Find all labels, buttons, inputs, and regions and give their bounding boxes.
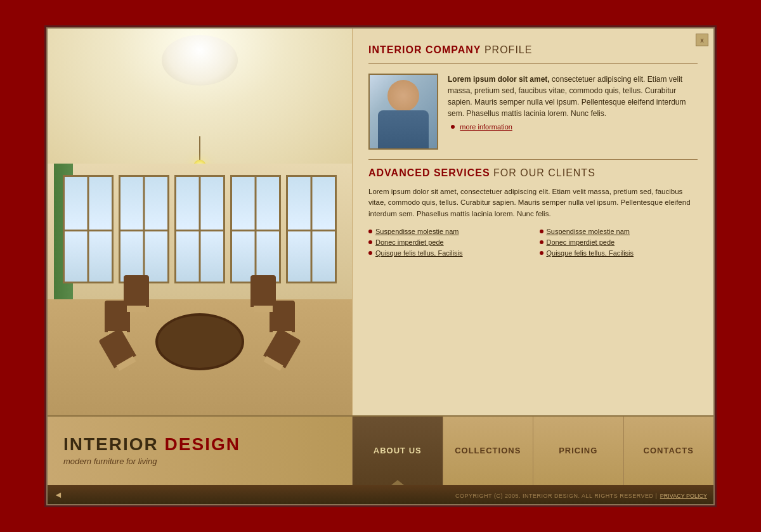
profile-text-bold: Lorem ipsum dolor sit amet, bbox=[448, 75, 550, 84]
section2-title: ADVANCED SERVICES FOR OUR CLIENTS bbox=[368, 167, 698, 179]
window-3 bbox=[174, 175, 225, 283]
nav-section: ABOUT US COLLECTIONS PRICING CONTACTS bbox=[352, 417, 713, 485]
link-item-2-3: Quisque felis tellus, Facilisis bbox=[540, 249, 698, 257]
brand-tagline: modern furniture for living bbox=[63, 457, 336, 466]
furniture bbox=[105, 275, 295, 377]
window-5 bbox=[286, 175, 337, 283]
links-column-1: Suspendisse molestie nam Donec imperdiet… bbox=[368, 228, 527, 260]
chair-2 bbox=[250, 275, 276, 307]
brand-name: INTERIOR DESIGN bbox=[63, 435, 336, 455]
bullet-1-1 bbox=[368, 230, 372, 233]
profile-text: Lorem ipsum dolor sit amet, consectetuer… bbox=[448, 74, 698, 150]
main-wrapper: x INTERIOR COMPANY PROFILE Lorem ipsum d… bbox=[46, 27, 715, 505]
link-item-1-2: Donec imperdiet pede bbox=[368, 238, 527, 246]
window-1 bbox=[63, 175, 114, 283]
bullet-2-2 bbox=[540, 240, 543, 244]
section2-title-normal: FOR OUR CLIENTS bbox=[490, 167, 595, 178]
window-2 bbox=[119, 175, 169, 283]
more-info-link[interactable]: more information bbox=[460, 123, 512, 131]
bullet-1-2 bbox=[368, 240, 372, 244]
links-column-2: Suspendisse molestie nam Donec imperdiet… bbox=[540, 228, 698, 260]
link-item-2-1: Suspendisse molestie nam bbox=[540, 228, 698, 235]
section2-divider bbox=[368, 159, 698, 160]
link-1-2[interactable]: Donec imperdiet pede bbox=[375, 238, 444, 246]
link-1-1[interactable]: Suspendisse molestie nam bbox=[375, 228, 459, 235]
ceiling-dome bbox=[162, 35, 238, 86]
more-info-link-container: more information bbox=[448, 121, 698, 133]
person-body bbox=[378, 110, 429, 148]
profile-content: Lorem ipsum dolor sit amet, consectetuer… bbox=[368, 74, 698, 150]
chair-1 bbox=[124, 275, 149, 307]
person-head bbox=[387, 80, 419, 112]
section1-divider bbox=[368, 63, 698, 64]
content-area: x INTERIOR COMPANY PROFILE Lorem ipsum d… bbox=[48, 29, 713, 415]
nav-item-pricing[interactable]: PRICING bbox=[533, 417, 623, 485]
link-item-2-2: Donec imperdiet pede bbox=[540, 238, 698, 246]
pendant-cord bbox=[199, 136, 200, 160]
bullet-2-1 bbox=[540, 230, 543, 233]
footer-arrow[interactable]: ◄ bbox=[54, 490, 63, 500]
footer-copyright-area: COPYRIGHT (C) 2005. INTERIOR DESIGN. ALL… bbox=[455, 489, 707, 500]
section1-title: INTERIOR COMPANY PROFILE bbox=[368, 44, 698, 56]
nav-item-about-us[interactable]: ABOUT US bbox=[352, 417, 443, 485]
left-panel bbox=[48, 29, 352, 415]
link-2-3[interactable]: Quisque felis tellus, Facilisis bbox=[547, 249, 634, 257]
right-panel: x INTERIOR COMPANY PROFILE Lorem ipsum d… bbox=[352, 29, 713, 415]
brand-name-interior: INTERIOR bbox=[63, 434, 159, 454]
close-button[interactable]: x bbox=[696, 34, 708, 46]
brand-name-design: DESIGN bbox=[165, 434, 240, 454]
services-text: Lorem ipsum dolor sit amet, consectetuer… bbox=[368, 186, 698, 220]
bullet-2-3 bbox=[540, 251, 543, 255]
dining-table bbox=[155, 313, 244, 370]
bullet-1-3 bbox=[368, 251, 372, 255]
link-1-3[interactable]: Quisque felis tellus, Facilisis bbox=[375, 249, 463, 257]
window-4 bbox=[230, 175, 281, 283]
bottom-nav: INTERIOR DESIGN modern furniture for liv… bbox=[48, 415, 713, 485]
profile-photo bbox=[368, 74, 438, 150]
window-row bbox=[63, 175, 337, 283]
more-info-bullet bbox=[451, 125, 455, 129]
brand-section: INTERIOR DESIGN modern furniture for liv… bbox=[48, 417, 352, 485]
chair-3 bbox=[98, 328, 136, 368]
room-visual bbox=[48, 29, 352, 415]
link-item-1-3: Quisque felis tellus, Facilisis bbox=[368, 249, 527, 257]
section2-title-red: ADVANCED SERVICES bbox=[368, 167, 490, 178]
footer-bar: ◄ COPYRIGHT (C) 2005. INTERIOR DESIGN. A… bbox=[48, 485, 713, 504]
nav-item-collections[interactable]: COLLECTIONS bbox=[443, 417, 533, 485]
section1-title-red: INTERIOR COMPANY bbox=[368, 44, 481, 55]
link-2-2[interactable]: Donec imperdiet pede bbox=[547, 238, 615, 246]
link-2-1[interactable]: Suspendisse molestie nam bbox=[547, 228, 630, 235]
footer-privacy-link[interactable]: PRIVACY POLICY bbox=[660, 493, 707, 499]
section1-title-normal: PROFILE bbox=[481, 44, 532, 55]
link-item-1-1: Suspendisse molestie nam bbox=[368, 228, 527, 235]
outer-container: x INTERIOR COMPANY PROFILE Lorem ipsum d… bbox=[44, 25, 717, 507]
nav-item-contacts[interactable]: CONTACTS bbox=[623, 417, 714, 485]
links-columns: Suspendisse molestie nam Donec imperdiet… bbox=[368, 228, 698, 260]
footer-copyright: COPYRIGHT (C) 2005. INTERIOR DESIGN. ALL… bbox=[455, 493, 657, 499]
